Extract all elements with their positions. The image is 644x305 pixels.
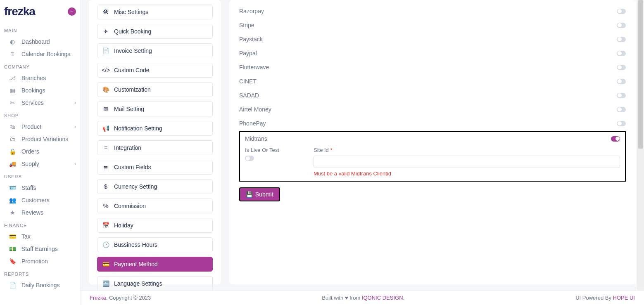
chevron-right-icon: › [74,100,76,106]
settings-item-language-settings[interactable]: 🔤Language Settings [97,276,213,291]
live-or-test-label: Is Live Or Test [245,147,303,153]
settings-item-payment-method[interactable]: 💳Payment Method [97,257,213,272]
nav-label: Dashboard [21,38,76,45]
phonepay-toggle[interactable] [617,121,626,126]
sidebar-item-calendar-bookings[interactable]: 🗓Calendar Bookings [0,48,80,60]
dashboard-icon: ◐ [9,38,16,45]
nav-label: Orders [21,148,76,155]
save-icon: 💾 [246,191,253,198]
sidebar-item-staffs[interactable]: 🪪Staffs [0,182,80,194]
nav-label: Staff Earnings [21,246,76,252]
sidebar-item-staff-earnings[interactable]: 💵Staff Earnings [0,243,80,255]
settings-item-custom-fields[interactable]: ≣Custom Fields [97,160,213,175]
settings-item-currency-setting[interactable]: $Currency Setting [97,179,213,194]
settings-item-holiday[interactable]: 📅Holiday [97,218,213,233]
chevron-right-icon: › [74,161,76,167]
footer-middle: Built with ♥ from IQONIC DESIGN. [322,295,404,301]
midtrans-toggle[interactable] [611,136,620,142]
bussiness-hours-icon: 🕐 [102,241,109,248]
settings-item-mail-setting[interactable]: ✉Mail Setting [97,102,213,116]
nav-label: Tax [21,233,76,240]
tax-icon: 💳 [9,233,16,240]
settings-item-label: Language Settings [114,280,162,287]
sidebar-section-label: USERS [0,170,80,182]
payment-name: Paypal [239,50,257,57]
mail-setting-icon: ✉ [102,106,109,112]
payment-name: CINET [239,78,257,85]
sadad-toggle[interactable] [617,93,626,98]
settings-item-quick-booking[interactable]: ✈Quick Booking [97,24,213,39]
sidebar-item-promotion[interactable]: 🔖Promotion [0,255,80,267]
cinet-toggle[interactable] [617,79,626,84]
payment-method-icon: 💳 [102,261,109,267]
payment-row-paypal: Paypal [239,46,626,60]
flutterwave-toggle[interactable] [617,65,626,70]
settings-item-commission[interactable]: %Commission [97,199,213,213]
payment-row-razorpay: Razorpay [239,4,626,18]
razorpay-toggle[interactable] [617,9,626,14]
settings-item-bussiness-hours[interactable]: 🕐Bussiness Hours [97,237,213,252]
services-icon: ✄ [9,99,16,106]
supply-icon: 🚚 [9,161,16,167]
sidebar-item-orders[interactable]: 🔒Orders [0,145,80,158]
nav-label: Promotion [21,258,76,265]
sidebar-item-services[interactable]: ✄Services› [0,97,80,109]
sidebar-collapse-button[interactable]: ← [68,7,76,16]
sidebar-item-bookings[interactable]: ▦Bookings [0,84,80,97]
payment-row-sadad: SADAD [239,88,626,102]
integration-icon: ≡ [102,144,109,151]
nav-label: Reviews [21,209,76,216]
settings-item-label: Quick Booking [114,28,151,35]
scrollbar-thumb[interactable] [638,0,643,149]
paystack-toggle[interactable] [617,37,626,42]
settings-item-notification-setting[interactable]: 📢Notification Setting [97,121,213,136]
reviews-icon: ★ [9,209,16,216]
settings-item-custom-code[interactable]: </>Custom Code [97,63,213,78]
sidebar-item-reviews[interactable]: ★Reviews [0,206,80,219]
settings-item-label: Commission [114,203,146,209]
sidebar-item-customers[interactable]: 👥Customers [0,194,80,206]
hopeui-link[interactable]: HOPE UI [613,295,635,301]
settings-item-label: Custom Code [114,67,150,73]
nav-label: Branches [21,75,76,81]
brand-logo: frezka [4,5,35,18]
iqonic-link[interactable]: IQONIC DESIGN [362,295,403,301]
payment-name: Paystack [239,36,263,43]
sidebar-item-branches[interactable]: ⎇Branches [0,72,80,84]
custom-code-icon: </> [102,67,109,73]
payment-name: PhonePay [239,120,266,127]
live-or-test-toggle[interactable] [245,156,254,161]
sidebar-item-tax[interactable]: 💳Tax [0,230,80,243]
airtel-money-toggle[interactable] [617,107,626,112]
nav-label: Product Variations [21,136,76,142]
arrow-left-icon: ← [70,9,74,14]
settings-item-customization[interactable]: 🎨Customization [97,82,213,97]
submit-button[interactable]: 💾 Submit [239,187,280,201]
sidebar-item-product-variations[interactable]: 🗂Product Variations [0,133,80,145]
site-id-input[interactable] [314,156,620,168]
midtrans-label: Midtrans [245,135,267,142]
settings-item-label: Holiday [114,222,133,229]
orders-icon: 🔒 [9,148,16,155]
payment-method-panel: RazorpayStripePaystackPaypalFlutterwaveC… [229,0,636,284]
sidebar-section-label: MAIN [0,24,80,35]
staff-earnings-icon: 💵 [9,246,16,252]
sidebar-item-product[interactable]: 🛍Product› [0,121,80,133]
nav-label: Supply [21,161,69,167]
settings-item-invoice-setting[interactable]: 📄Invoice Setting [97,43,213,58]
customers-icon: 👥 [9,197,16,203]
vertical-scrollbar[interactable]: ▲ [637,0,644,305]
paypal-toggle[interactable] [617,51,626,56]
sidebar-item-supply[interactable]: 🚚Supply› [0,158,80,170]
settings-item-misc-settings[interactable]: 🛠Misc Settings [97,5,213,19]
settings-item-integration[interactable]: ≡Integration [97,140,213,155]
footer-right: UI Powered By HOPE UI [575,295,635,301]
custom-fields-icon: ≣ [102,164,109,170]
site-id-label: Site Id * [314,147,620,153]
sidebar-item-daily-bookings[interactable]: 📄Daily Bookings [0,279,80,291]
stripe-toggle[interactable] [617,23,626,28]
payment-row-paystack: Paystack [239,32,626,46]
notification-setting-icon: 📢 [102,125,109,132]
sidebar-item-dashboard[interactable]: ◐Dashboard [0,35,80,48]
payment-name: Airtel Money [239,106,271,113]
